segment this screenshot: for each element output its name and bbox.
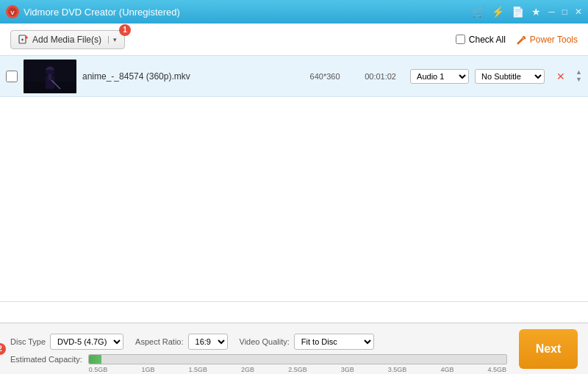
bottom-controls-row: Disc Type DVD-5 (4.7G) DVD-9 (8.5G) BD-2… [10,334,507,350]
toolbar-right: Check All Power Tools [456,35,578,45]
title-bar-left: V Vidmore DVD Creator (Unregistered) [6,5,180,18]
badge-1: 1 [119,24,131,36]
file-list-area: anime_-_84574 (360p).mkv 640*360 00:01:0… [0,56,588,302]
lightning-icon[interactable]: ⚡ [492,6,504,18]
add-media-arrow[interactable]: ▾ [108,36,117,43]
file-audio-select[interactable]: Audio 1 [410,69,469,84]
svg-text:V: V [10,10,15,16]
file-name: anime_-_84574 (360p).mkv [82,71,293,82]
power-tools-button[interactable]: Power Tools [516,35,578,45]
file-thumbnail [24,60,76,93]
cart-icon[interactable]: 🛒 [472,6,484,18]
file-order-controls: ▲ ▼ [576,69,582,83]
file-duration: 00:01:02 [356,72,404,81]
check-all-checkbox[interactable] [456,35,465,44]
file-subtitle-select[interactable]: No Subtitle [475,69,545,84]
power-tools-label: Power Tools [530,35,578,45]
video-quality-group: Video Quality: Fit to Disc High Quality … [240,334,374,350]
file-move-down-button[interactable]: ▼ [576,76,582,83]
next-button[interactable]: Next [519,329,578,369]
close-button[interactable]: ✕ [575,7,582,17]
file-move-up-button[interactable]: ▲ [576,69,582,76]
aspect-ratio-label: Aspect Ratio: [135,337,183,346]
add-file-icon [18,35,29,45]
maximize-button[interactable]: □ [562,7,567,17]
svg-rect-13 [49,74,51,80]
file-remove-button[interactable]: ✕ [553,71,568,82]
video-quality-label: Video Quality: [240,337,290,346]
file-icon[interactable]: 📄 [512,6,524,18]
disc-type-label: Disc Type [10,337,46,346]
file-resolution: 640*360 [299,72,351,81]
thumbnail-preview [24,60,76,93]
file-checkbox[interactable] [6,71,18,82]
toolbar: Add Media File(s) ▾ 1 Check All Power To… [0,24,588,56]
aspect-ratio-group: Aspect Ratio: 16:9 4:3 [135,334,227,350]
capacity-row: Estimated Capacity: 0.5GB 1GB 1.5GB 2GB … [10,354,507,364]
bottom-bar: 2 Disc Type DVD-5 (4.7G) DVD-9 (8.5G) BD… [0,323,588,374]
capacity-bar: 0.5GB 1GB 1.5GB 2GB 2.5GB 3GB 3.5GB 4GB … [88,354,507,364]
aspect-ratio-select[interactable]: 16:9 4:3 [188,334,228,350]
video-quality-select[interactable]: Fit to Disc High Quality Medium Quality … [294,334,374,350]
app-title: Vidmore DVD Creator (Unregistered) [24,7,180,18]
capacity-ticks: 0.5GB 1GB 1.5GB 2GB 2.5GB 3GB 3.5GB 4GB … [89,366,506,373]
star-icon[interactable]: ★ [531,6,541,18]
capacity-bar-fill [89,355,101,364]
add-media-button[interactable]: Add Media File(s) ▾ [10,30,125,49]
minimize-button[interactable]: ─ [548,7,555,17]
check-all-label: Check All [469,35,506,45]
title-bar: V Vidmore DVD Creator (Unregistered) 🛒 ⚡… [0,0,588,24]
title-bar-controls: 🛒 ⚡ 📄 ★ ─ □ ✕ [472,6,582,18]
disc-type-group: Disc Type DVD-5 (4.7G) DVD-9 (8.5G) BD-2… [10,334,123,350]
disc-type-select[interactable]: DVD-5 (4.7G) DVD-9 (8.5G) BD-25 (25G) BD… [50,334,123,350]
capacity-label: Estimated Capacity: [10,355,82,364]
app-icon: V [6,5,19,18]
badge-2: 2 [0,343,6,355]
wrench-icon [516,35,526,45]
table-row: anime_-_84574 (360p).mkv 640*360 00:01:0… [0,56,588,97]
bottom-left: Disc Type DVD-5 (4.7G) DVD-9 (8.5G) BD-2… [10,334,507,364]
check-all-area[interactable]: Check All [456,35,506,45]
add-media-label: Add Media File(s) [32,35,101,45]
